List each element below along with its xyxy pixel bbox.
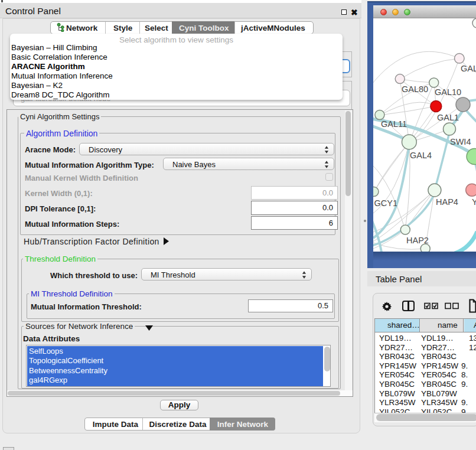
svg-text:GAL1: GAL1 — [437, 113, 459, 122]
svg-text:GAL80: GAL80 — [402, 84, 428, 94]
svg-text:SWI4: SWI4 — [450, 137, 471, 146]
svg-text:GAL: GAL — [461, 64, 476, 73]
svg-text:GAL4: GAL4 — [410, 151, 432, 160]
svg-text:GAL10: GAL10 — [435, 87, 461, 97]
svg-text:Y: Y — [472, 197, 476, 207]
svg-text:HAP2: HAP2 — [406, 236, 429, 245]
svg-text:HAP4: HAP4 — [436, 197, 458, 207]
svg-text:GAL11: GAL11 — [381, 119, 407, 129]
svg-text:GCY1: GCY1 — [374, 198, 398, 208]
